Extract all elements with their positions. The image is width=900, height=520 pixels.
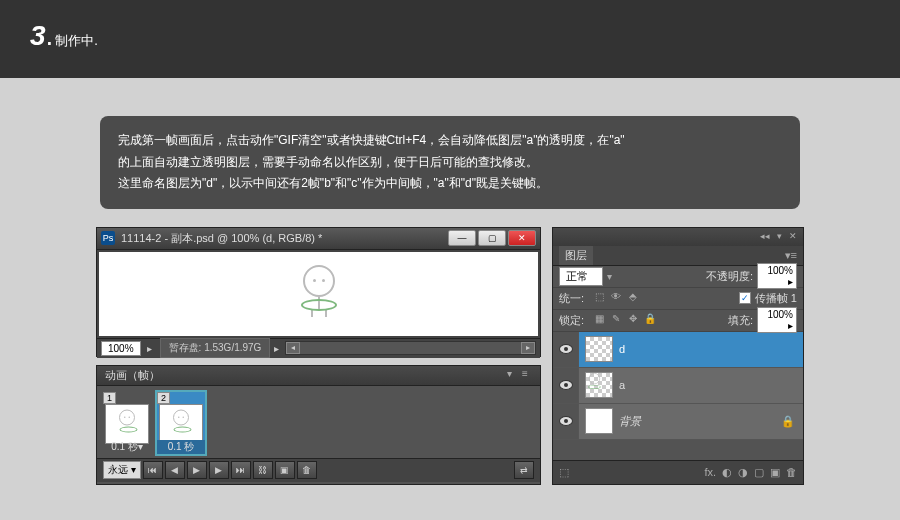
opacity-input[interactable]: 100% ▸: [757, 263, 797, 289]
convert-timeline-button[interactable]: ⇄: [514, 461, 534, 479]
step-title: 制作中.: [55, 33, 98, 48]
layer-row-background[interactable]: 背景 🔒: [553, 404, 803, 440]
maximize-button[interactable]: ▢: [478, 230, 506, 246]
eye-icon: [559, 416, 573, 426]
description-box: 完成第一帧画面后，点击动作"GIF清空"或者快捷键Ctrl+F4，会自动降低图层…: [100, 116, 800, 209]
lock-icon: 🔒: [781, 415, 795, 428]
blend-mode-select[interactable]: 正常: [559, 267, 603, 286]
unify-label: 统一:: [559, 291, 584, 306]
photoshop-icon: Ps: [101, 231, 115, 245]
loop-select[interactable]: 永远 ▾: [103, 461, 141, 479]
horizontal-scrollbar[interactable]: ◂ ▸: [285, 341, 536, 355]
canvas[interactable]: [99, 252, 538, 336]
unify-visibility-icon[interactable]: 👁: [609, 291, 623, 305]
lock-transparency-icon[interactable]: ▦: [592, 313, 606, 327]
tutorial-header: 3.制作中.: [0, 0, 900, 78]
animation-tab[interactable]: 动画（帧）: [105, 368, 160, 383]
lock-image-icon[interactable]: ✎: [609, 313, 623, 327]
delete-layer-button[interactable]: 🗑: [786, 466, 797, 478]
new-frame-button[interactable]: ▣: [275, 461, 295, 479]
layer-row-d[interactable]: d: [553, 332, 803, 368]
frames-list: 1 0.1 秒▾ 2 0.1 秒: [97, 386, 540, 458]
panel-left-icon[interactable]: ◂◂: [759, 231, 771, 243]
status-bar: 100% ▸ 暂存盘: 1.53G/1.97G ▸ ◂ ▸: [97, 338, 540, 358]
document-window: Ps 11114-2 - 副本.psd @ 100% (d, RGB/8) * …: [96, 227, 541, 357]
delete-frame-button[interactable]: 🗑: [297, 461, 317, 479]
layers-panel-header: ◂◂ ▾ ✕: [553, 228, 803, 246]
new-layer-button[interactable]: ▣: [770, 466, 780, 479]
group-button[interactable]: ▢: [754, 466, 764, 479]
layer-thumbnail: [585, 372, 613, 398]
lock-all-icon[interactable]: 🔒: [643, 313, 657, 327]
animation-panel-header: 动画（帧） ▾ ≡: [97, 366, 540, 386]
workspace: Ps 11114-2 - 副本.psd @ 100% (d, RGB/8) * …: [96, 227, 804, 487]
layers-footer: ⬚ fx. ◐ ◑ ▢ ▣ 🗑: [553, 460, 803, 484]
propagate-checkbox[interactable]: ✓: [739, 292, 751, 304]
prev-frame-button[interactable]: ◀: [165, 461, 185, 479]
minimize-button[interactable]: —: [448, 230, 476, 246]
lock-position-icon[interactable]: ✥: [626, 313, 640, 327]
desc-line-1: 完成第一帧画面后，点击动作"GIF清空"或者快捷键Ctrl+F4，会自动降低图层…: [118, 130, 782, 152]
zoom-input[interactable]: 100%: [101, 341, 141, 356]
propagate-label: 传播帧 1: [755, 291, 797, 306]
opacity-label: 不透明度:: [706, 269, 753, 284]
eye-icon: [559, 344, 573, 354]
eye-icon: [559, 380, 573, 390]
blend-opacity-row: 正常 ▾ 不透明度: 100% ▸: [553, 266, 803, 288]
step-number: 3: [30, 20, 46, 51]
artwork-doodle: [295, 265, 343, 323]
layers-list: d a 背景 🔒: [553, 332, 803, 440]
layer-thumbnail: [585, 408, 613, 434]
unify-style-icon[interactable]: ⬘: [626, 291, 640, 305]
layer-row-a[interactable]: a: [553, 368, 803, 404]
play-button[interactable]: ▶: [187, 461, 207, 479]
mask-button[interactable]: ◐: [722, 466, 732, 479]
visibility-toggle[interactable]: [553, 368, 579, 403]
link-layers-icon[interactable]: ⬚: [559, 466, 569, 479]
layers-panel: ◂◂ ▾ ✕ 图层 ▾≡ 正常 ▾ 不透明度: 100% ▸ 统一: ⬚ 👁 ⬘…: [552, 227, 804, 485]
last-frame-button[interactable]: ⏭: [231, 461, 251, 479]
layer-name[interactable]: a: [619, 379, 625, 391]
lock-label: 锁定:: [559, 313, 584, 328]
scroll-right-icon[interactable]: ▸: [521, 342, 535, 354]
frame-number: 2: [157, 392, 170, 404]
panel-menu-icon[interactable]: ▾≡: [785, 249, 797, 262]
layer-name[interactable]: d: [619, 343, 625, 355]
window-controls: — ▢ ✕: [448, 230, 536, 246]
lock-fill-row: 锁定: ▦ ✎ ✥ 🔒 填充: 100% ▸: [553, 310, 803, 332]
desc-line-3: 这里命名图层为"d"，以示中间还有2帧"b"和"c"作为中间帧，"a"和"d"既…: [118, 173, 782, 195]
desc-line-2: 的上面自动建立透明图层，需要手动命名以作区别，便于日后可能的查找修改。: [118, 152, 782, 174]
panel-collapse-icon[interactable]: ▾: [502, 368, 516, 382]
first-frame-button[interactable]: ⏮: [143, 461, 163, 479]
step-dot: .: [46, 20, 54, 51]
frame-2[interactable]: 2 0.1 秒: [157, 392, 205, 454]
unify-position-icon[interactable]: ⬚: [592, 291, 606, 305]
animation-panel: 动画（帧） ▾ ≡ 1 0.1 秒▾ 2 0.1 秒 永远 ▾ ⏮ ◀ ▶ ▶: [96, 365, 541, 485]
close-button[interactable]: ✕: [508, 230, 536, 246]
visibility-toggle[interactable]: [553, 332, 579, 367]
panel-collapse-icon[interactable]: ▾: [773, 231, 785, 243]
title-bar[interactable]: Ps 11114-2 - 副本.psd @ 100% (d, RGB/8) * …: [97, 228, 540, 250]
next-frame-button[interactable]: ▶: [209, 461, 229, 479]
animation-footer: 永远 ▾ ⏮ ◀ ▶ ▶ ⏭ ⛓ ▣ 🗑 ⇄: [97, 458, 540, 482]
layer-thumbnail: [585, 336, 613, 362]
fill-input[interactable]: 100% ▸: [757, 307, 797, 333]
fx-button[interactable]: fx.: [704, 466, 716, 478]
frame-thumbnail: [159, 404, 203, 444]
frame-delay[interactable]: 0.1 秒▾: [103, 440, 151, 454]
layers-tab[interactable]: 图层: [559, 246, 593, 265]
adjustment-button[interactable]: ◑: [738, 466, 748, 479]
frame-number: 1: [103, 392, 116, 404]
frame-thumbnail: [105, 404, 149, 444]
layer-name[interactable]: 背景: [619, 414, 641, 429]
scroll-left-icon[interactable]: ◂: [286, 342, 300, 354]
fill-label: 填充:: [728, 313, 753, 328]
panel-close-icon[interactable]: ✕: [787, 231, 799, 243]
document-title: 11114-2 - 副本.psd @ 100% (d, RGB/8) *: [121, 231, 448, 246]
frame-delay[interactable]: 0.1 秒: [157, 440, 205, 454]
frame-1[interactable]: 1 0.1 秒▾: [103, 392, 151, 454]
tween-button[interactable]: ⛓: [253, 461, 273, 479]
scratch-disk-info: 暂存盘: 1.53G/1.97G: [160, 338, 271, 358]
panel-menu-icon[interactable]: ≡: [518, 368, 532, 382]
visibility-toggle[interactable]: [553, 404, 579, 439]
